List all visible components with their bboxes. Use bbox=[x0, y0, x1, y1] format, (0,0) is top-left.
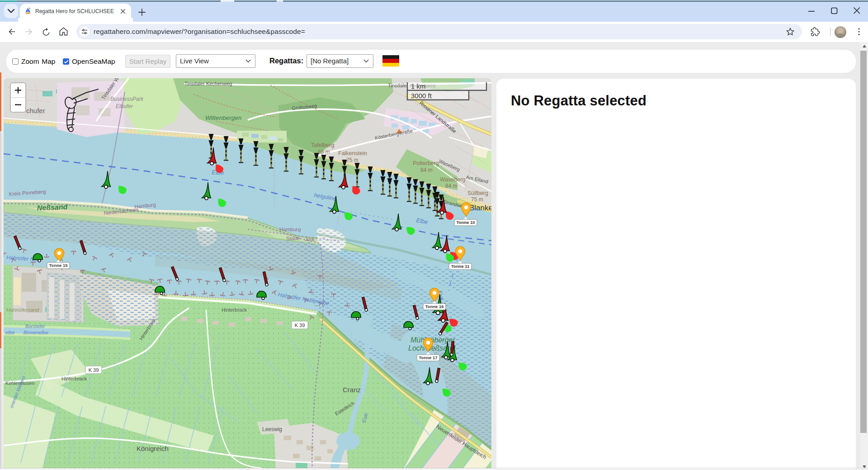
svg-text:Tonne 11: Tonne 11 bbox=[451, 264, 470, 269]
svg-text:Hahnöfersand: Hahnöfersand bbox=[6, 307, 39, 313]
svg-text:Elbufer: Elbufer bbox=[116, 103, 133, 109]
svg-text:K 39: K 39 bbox=[89, 367, 99, 373]
svg-text:Tonne 16: Tonne 16 bbox=[425, 304, 444, 309]
svg-text:75 m: 75 m bbox=[471, 196, 483, 203]
svg-text:84 m: 84 m bbox=[445, 183, 458, 189]
svg-text:Borsteler: Borsteler bbox=[25, 323, 46, 329]
svg-text:Tonne 10: Tonne 10 bbox=[457, 220, 475, 225]
svg-text:75 m: 75 m bbox=[346, 157, 359, 163]
svg-text:elbe: elbe bbox=[5, 330, 15, 335]
svg-text:Polterberg: Polterberg bbox=[413, 160, 439, 166]
svg-text:Waseberg: Waseberg bbox=[440, 176, 466, 183]
svg-text:3000 ft: 3000 ft bbox=[411, 92, 432, 100]
svg-text:Cranz: Cranz bbox=[343, 386, 361, 394]
svg-text:K 39: K 39 bbox=[295, 323, 305, 328]
svg-text:Leeswig: Leeswig bbox=[262, 426, 282, 432]
svg-text:88 m: 88 m bbox=[318, 149, 330, 155]
svg-text:Hinterbrack: Hinterbrack bbox=[61, 376, 87, 381]
svg-text:Binnenelbe: Binnenelbe bbox=[24, 330, 48, 335]
svg-text:Stade: Stade bbox=[286, 236, 300, 241]
svg-text:Tonne 15: Tonne 15 bbox=[49, 263, 68, 268]
svg-text:Neßsand: Neßsand bbox=[37, 203, 68, 212]
svg-text:84 m: 84 m bbox=[420, 167, 433, 173]
svg-text:Hinterbrack: Hinterbrack bbox=[222, 307, 247, 313]
svg-text:Jork: Jork bbox=[305, 237, 315, 242]
svg-text:Tonne 17: Tonne 17 bbox=[419, 355, 438, 360]
svg-text:Hamburg: Hamburg bbox=[279, 227, 301, 232]
svg-text:Wittenbergen: Wittenbergen bbox=[205, 114, 241, 121]
svg-text:Blankenese: Blankenese bbox=[469, 204, 491, 212]
svg-text:1 km: 1 km bbox=[411, 82, 426, 90]
svg-text:chufer: chufer bbox=[26, 107, 45, 114]
svg-text:Süllberg: Süllberg bbox=[467, 190, 488, 196]
svg-text:BusinessPark: BusinessPark bbox=[110, 96, 144, 102]
svg-text:Tafelberg: Tafelberg bbox=[311, 142, 334, 148]
svg-text:Tinsdaler Kirchenweg: Tinsdaler Kirchenweg bbox=[184, 81, 232, 86]
svg-text:Königreich: Königreich bbox=[137, 445, 169, 452]
svg-text:Falkenstein: Falkenstein bbox=[338, 150, 367, 157]
